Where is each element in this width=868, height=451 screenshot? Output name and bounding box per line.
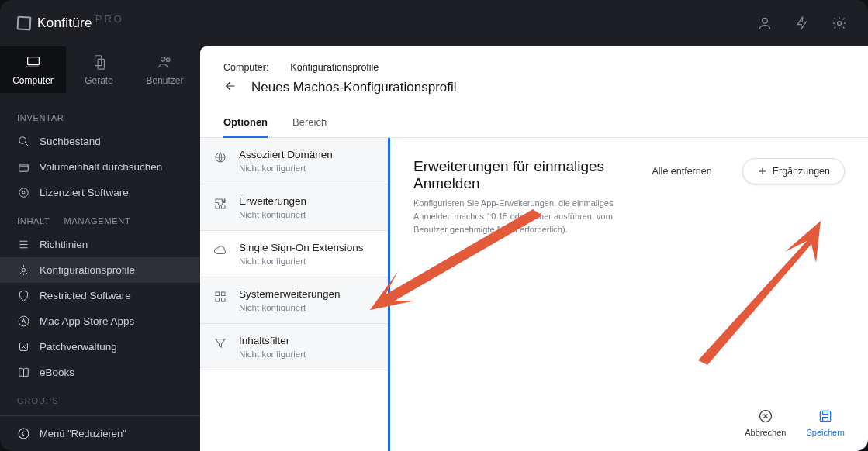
tab-label: Optionen bbox=[223, 116, 268, 128]
tab-scope[interactable]: Bereich bbox=[292, 108, 327, 137]
payload-content-filter[interactable]: InhaltsfilterNicht konfiguriert bbox=[200, 324, 388, 370]
save-button[interactable]: Speichern bbox=[806, 408, 845, 437]
svg-rect-19 bbox=[222, 298, 226, 302]
context-tabs: Computer Geräte Benutzer bbox=[0, 46, 200, 93]
context-tab-computer[interactable]: Computer bbox=[0, 46, 66, 93]
breadcrumb: Computer: Konfigurationsprofile bbox=[200, 46, 868, 73]
tab-label: Bereich bbox=[292, 116, 327, 128]
sidebar-item-policies[interactable]: Richtlinien bbox=[0, 232, 200, 257]
brand-logo-icon bbox=[17, 16, 32, 31]
package-icon bbox=[17, 160, 30, 174]
sidebar-item-label: Mac App Store Apps bbox=[40, 315, 134, 327]
sidebar-item-volumes[interactable]: Volumeinhalt durchsuchen bbox=[0, 154, 200, 180]
title-bar: Neues Machos-Konfigurationsprofil bbox=[200, 73, 868, 108]
close-circle-icon bbox=[758, 408, 773, 424]
back-button[interactable] bbox=[223, 79, 237, 96]
svg-point-6 bbox=[166, 58, 170, 62]
sidebar-item-label: Volumeinhalt durchsuchen bbox=[40, 161, 162, 173]
arrow-left-icon bbox=[223, 79, 237, 93]
funnel-icon bbox=[213, 335, 228, 359]
main-tabs: Optionen Bereich bbox=[200, 108, 868, 138]
breadcrumb-link[interactable]: Konfigurationsprofile bbox=[290, 62, 379, 73]
bolt-icon[interactable] bbox=[790, 12, 814, 35]
sidebar-section-groups: GROUPS bbox=[0, 385, 200, 405]
svg-point-9 bbox=[19, 188, 28, 197]
collapse-icon bbox=[17, 427, 30, 440]
globe-icon bbox=[213, 149, 228, 173]
sidebar-item-ebooks[interactable]: eBooks bbox=[0, 360, 200, 385]
sidebar-item-label: Richtlinien bbox=[40, 239, 88, 250]
button-label: Alle entfernen bbox=[652, 166, 711, 177]
shield-icon bbox=[17, 289, 30, 302]
sidebar-collapse[interactable]: Menü "Reduzieren" bbox=[0, 415, 200, 451]
sidebar-item-mas[interactable]: Mac App Store Apps bbox=[0, 308, 200, 334]
payload-status: Nicht konfiguriert bbox=[239, 210, 306, 219]
add-button[interactable]: Ergänzungen bbox=[742, 158, 845, 184]
button-label: Speichern bbox=[806, 428, 845, 437]
tab-options[interactable]: Optionen bbox=[223, 108, 268, 137]
svg-rect-17 bbox=[222, 292, 226, 296]
main-panel: Computer: Konfigurationsprofile Neues Ma… bbox=[200, 46, 868, 451]
sidebar-section-inventory: INVENTAR bbox=[0, 102, 200, 129]
svg-point-11 bbox=[22, 268, 25, 271]
brand-suffix: PRO bbox=[95, 13, 124, 25]
context-tab-devices[interactable]: Geräte bbox=[66, 46, 132, 93]
brand: Konfitüre PRO bbox=[17, 15, 124, 31]
svg-point-1 bbox=[838, 22, 842, 26]
sidebar-section-content: INHALT MANAGEMENT bbox=[0, 205, 200, 232]
sidebar: Computer Geräte Benutzer INVENTAR Suchbe… bbox=[0, 46, 200, 451]
payload-extensions[interactable]: ErweiterungenNicht konfiguriert bbox=[200, 184, 388, 231]
svg-rect-21 bbox=[821, 411, 831, 421]
disc-icon bbox=[17, 186, 30, 199]
gear-icon[interactable] bbox=[828, 12, 851, 35]
footer-actions: Abbrechen Speichern bbox=[413, 394, 845, 437]
payload-sso-extensions[interactable]: Single Sign-On ExtensionsNicht konfiguri… bbox=[200, 231, 388, 277]
laptop-icon bbox=[25, 53, 42, 71]
svg-point-14 bbox=[19, 429, 29, 439]
patch-icon bbox=[17, 340, 30, 353]
svg-point-0 bbox=[763, 18, 768, 23]
grid-icon bbox=[213, 288, 228, 312]
payload-system-extensions[interactable]: SystemerweiterungenNicht konfiguriert bbox=[200, 277, 388, 324]
svg-rect-16 bbox=[216, 292, 220, 296]
svg-point-7 bbox=[19, 137, 26, 144]
appstore-icon bbox=[17, 315, 30, 328]
sidebar-item-patch[interactable]: Patchverwaltung bbox=[0, 334, 200, 360]
search-icon bbox=[17, 135, 30, 148]
content-area: Erweiterungen für einmaliges Anmelden Ko… bbox=[390, 138, 868, 451]
content-subtitle: Konfigurieren Sie App-Erweiterungen, die… bbox=[413, 197, 621, 236]
payload-title: Systemerweiterungen bbox=[239, 288, 341, 300]
sidebar-item-label: Suchbestand bbox=[40, 136, 101, 147]
payload-title: Erweiterungen bbox=[239, 195, 306, 207]
puzzle-icon bbox=[213, 195, 228, 219]
cloud-icon bbox=[213, 242, 228, 266]
context-tab-users[interactable]: Benutzer bbox=[132, 46, 198, 93]
user-icon[interactable] bbox=[753, 12, 776, 35]
payload-status: Nicht konfiguriert bbox=[239, 349, 306, 359]
devices-icon bbox=[91, 53, 108, 71]
top-actions bbox=[753, 12, 851, 35]
payload-status: Nicht konfiguriert bbox=[239, 303, 341, 312]
book-icon bbox=[17, 366, 30, 379]
payload-status: Nicht konfiguriert bbox=[239, 164, 333, 173]
sidebar-item-licensed[interactable]: Lizenziert Software bbox=[0, 180, 200, 205]
sidebar-item-restricted[interactable]: Restricted Software bbox=[0, 283, 200, 308]
cancel-button[interactable]: Abbrechen bbox=[745, 408, 786, 437]
breadcrumb-root: Computer: bbox=[223, 62, 268, 73]
remove-all-button[interactable]: Alle entfernen bbox=[637, 158, 726, 184]
payload-title: Inhaltsfilter bbox=[239, 335, 306, 346]
svg-rect-2 bbox=[27, 57, 39, 65]
button-label: Ergänzungen bbox=[773, 166, 830, 177]
sidebar-item-label: Lizenziert Software bbox=[40, 187, 129, 198]
sidebar-item-label: Restricted Software bbox=[40, 290, 131, 301]
button-label: Abbrechen bbox=[745, 428, 786, 437]
config-payload-list[interactable]: Assoziiert DomänenNicht konfiguriert Erw… bbox=[200, 138, 390, 451]
svg-rect-8 bbox=[19, 164, 28, 171]
payload-title: Single Sign-On Extensions bbox=[239, 242, 364, 253]
payload-associated-domains[interactable]: Assoziiert DomänenNicht konfiguriert bbox=[200, 138, 388, 184]
sidebar-item-search[interactable]: Suchbestand bbox=[0, 129, 200, 154]
payload-title: Assoziiert Domänen bbox=[239, 149, 333, 160]
svg-rect-18 bbox=[216, 298, 220, 302]
sidebar-item-profiles[interactable]: Konfigurationsprofile bbox=[0, 257, 200, 283]
payload-status: Nicht konfiguriert bbox=[239, 256, 364, 266]
